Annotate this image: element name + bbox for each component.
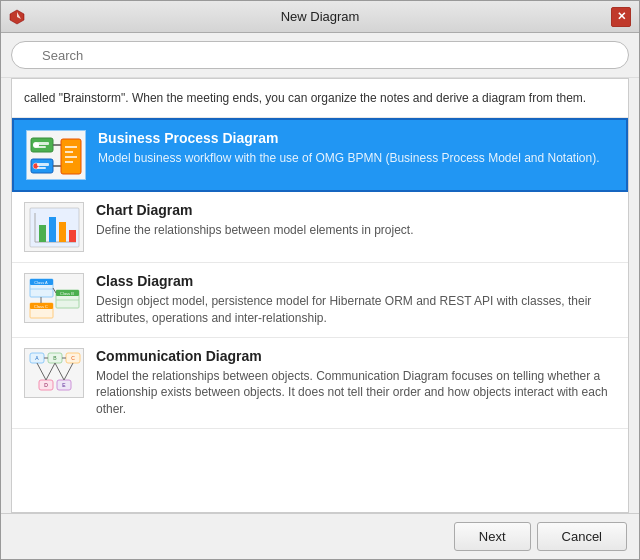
continuation-text: called "Brainstorm". When the meeting en… — [12, 79, 628, 118]
title-bar: New Diagram ✕ — [1, 1, 639, 33]
item-title: Communication Diagram — [96, 348, 616, 364]
svg-text:Class B: Class B — [60, 291, 74, 296]
svg-line-49 — [37, 363, 46, 380]
svg-rect-22 — [59, 222, 66, 242]
svg-rect-9 — [37, 167, 46, 169]
cancel-button[interactable]: Cancel — [537, 522, 627, 551]
svg-rect-21 — [49, 217, 56, 242]
bpmn-icon — [26, 130, 86, 180]
item-desc: Define the relationships between model e… — [96, 222, 616, 239]
next-button[interactable]: Next — [454, 522, 531, 551]
item-desc: Model business workflow with the use of … — [98, 150, 614, 167]
chart-icon — [24, 202, 84, 252]
list-item[interactable]: Chart Diagram Define the relationships b… — [12, 192, 628, 263]
app-icon — [9, 9, 25, 25]
item-title: Chart Diagram — [96, 202, 616, 218]
item-content: Communication Diagram Model the relation… — [96, 348, 616, 418]
list-item[interactable]: Business Process Diagram Model business … — [12, 118, 628, 192]
svg-rect-23 — [69, 230, 76, 242]
list-item[interactable]: Class A Class B Class C Class Dia — [12, 263, 628, 338]
new-diagram-dialog: New Diagram ✕ 🔍 called "Brainstorm". Whe… — [0, 0, 640, 560]
svg-rect-5 — [37, 146, 46, 148]
search-wrapper: 🔍 — [11, 41, 629, 69]
search-area: 🔍 — [1, 33, 639, 78]
list-item[interactable]: A B C D E — [12, 338, 628, 429]
svg-text:D: D — [44, 382, 48, 388]
search-input[interactable] — [11, 41, 629, 69]
item-content: Chart Diagram Define the relationships b… — [96, 202, 616, 239]
class-icon: Class A Class B Class C — [24, 273, 84, 323]
svg-text:C: C — [71, 355, 75, 361]
svg-line-50 — [46, 363, 55, 380]
item-content: Business Process Diagram Model business … — [98, 130, 614, 167]
svg-text:Class C: Class C — [33, 304, 47, 309]
dialog-title: New Diagram — [281, 9, 360, 24]
svg-rect-8 — [37, 163, 49, 166]
item-desc: Model the relationships between objects.… — [96, 368, 616, 418]
item-title: Class Diagram — [96, 273, 616, 289]
dialog-footer: Next Cancel — [1, 513, 639, 559]
diagram-list-container: called "Brainstorm". When the meeting en… — [11, 78, 629, 513]
svg-rect-20 — [39, 225, 46, 242]
svg-line-52 — [64, 363, 73, 380]
scroll-area[interactable]: called "Brainstorm". When the meeting en… — [12, 79, 628, 512]
close-button[interactable]: ✕ — [611, 7, 631, 27]
communication-icon: A B C D E — [24, 348, 84, 398]
item-content: Class Diagram Design object model, persi… — [96, 273, 616, 327]
svg-text:Class A: Class A — [34, 280, 48, 285]
svg-line-51 — [55, 363, 64, 380]
item-title: Business Process Diagram — [98, 130, 614, 146]
item-desc: Design object model, persistence model f… — [96, 293, 616, 327]
svg-rect-4 — [37, 142, 49, 145]
